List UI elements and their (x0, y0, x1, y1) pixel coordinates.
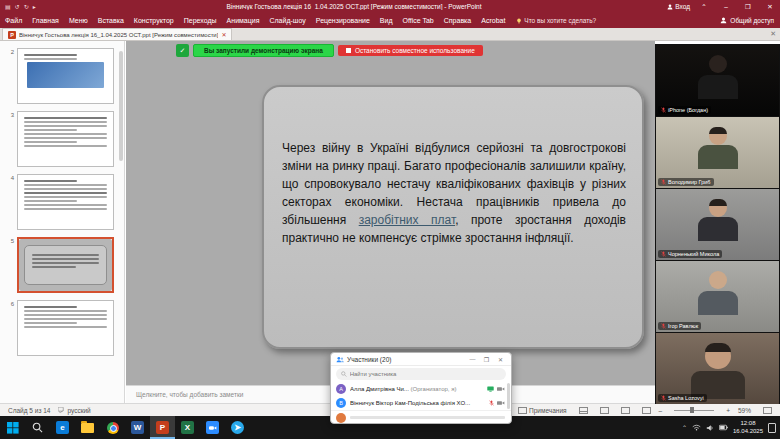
save-icon[interactable]: ▤ (5, 3, 11, 10)
participant-name-clipped (350, 416, 505, 419)
zoom-in-button[interactable]: + (726, 407, 730, 414)
slide-indicator: Слайд 5 из 14 (8, 407, 50, 414)
slide-thumbnail-3[interactable]: 3 (6, 111, 114, 167)
window-close-icon[interactable]: ✕ (495, 356, 506, 363)
comments-toggle-button[interactable]: Примечания (514, 407, 567, 414)
tab-officetab[interactable]: Office Tab (398, 13, 439, 28)
start-button[interactable] (0, 416, 25, 439)
video-name-label: iPhone (Богдан) (658, 106, 711, 114)
tab-review[interactable]: Рецензирование (311, 13, 375, 28)
slide-thumbnail-4[interactable]: 4 (6, 174, 114, 230)
ribbon-display-options-button[interactable]: ⌃ (696, 3, 712, 11)
participant-row-partial[interactable] (331, 410, 511, 424)
tab-file[interactable]: Файл (0, 13, 27, 28)
participant-search-box[interactable] (336, 368, 506, 380)
battery-icon[interactable] (719, 424, 728, 431)
maximize-button[interactable]: ❐ (740, 3, 756, 11)
chrome-icon (107, 422, 119, 434)
tab-insert[interactable]: Вставка (93, 13, 129, 28)
participant-row-vinnychuk[interactable]: В Вінничук Віктор Кам-Подільська філія Х… (331, 396, 511, 410)
share-button[interactable]: Общий доступ (720, 17, 780, 24)
taskbar-search-button[interactable] (25, 416, 50, 439)
taskbar-telegram-icon[interactable]: ➤ (225, 416, 250, 439)
slide-text-shape[interactable]: Через війну в Україні відбулися серйозні… (262, 85, 644, 349)
mic-muted-icon (661, 179, 666, 185)
sign-in-button[interactable]: Вход (667, 3, 690, 10)
ribbon-tab-bar: Файл Главная Меню Вставка Конструктор Пе… (0, 13, 780, 28)
taskbar-file-explorer-icon[interactable] (75, 416, 100, 439)
slideshow-view-button[interactable] (642, 407, 651, 414)
redo-icon[interactable]: ↻ (24, 3, 29, 10)
tell-me-box[interactable]: Что вы хотите сделать? (510, 17, 602, 24)
thumbnail-preview (17, 174, 114, 230)
video-tile-volodymyr-hryb[interactable]: Володимир Гриб (656, 117, 779, 188)
document-tab[interactable]: P Вінничук Гостьова лекція 16_1.04.2025 … (2, 28, 232, 40)
window-minimize-icon[interactable]: — (467, 356, 478, 362)
tab-home[interactable]: Главная (27, 13, 64, 28)
taskbar-word-icon[interactable]: W (125, 416, 150, 439)
close-tab-bar-icon[interactable]: ✕ (770, 30, 776, 38)
reading-view-button[interactable] (621, 407, 630, 414)
video-tile-sasha-lozovyi[interactable]: Sasha Lozovyi (656, 333, 779, 404)
participants-window-header[interactable]: Участники (20) — ❐ ✕ (331, 353, 511, 366)
person-icon (720, 17, 727, 24)
language-indicator[interactable]: русский (58, 407, 90, 414)
slide-text-link[interactable]: заробітних плат (359, 213, 455, 227)
close-button[interactable]: ✕ (762, 3, 778, 11)
slide-canvas[interactable]: Через війну в Україні відбулися серйозні… (126, 41, 655, 385)
close-tab-icon[interactable]: ✕ (221, 31, 226, 38)
comments-icon (518, 407, 527, 414)
thumbnail-scrollbar[interactable] (119, 51, 123, 161)
zoom-slider-knob[interactable] (690, 407, 694, 413)
zoom-out-button[interactable]: – (659, 407, 663, 414)
participants-scrollbar[interactable] (507, 383, 510, 409)
taskbar-powerpoint-icon-active[interactable]: P (150, 416, 175, 439)
document-tab-bar: P Вінничук Гостьова лекція 16_1.04.2025 … (0, 28, 780, 41)
tab-animations[interactable]: Анимация (222, 13, 265, 28)
fit-to-window-button[interactable] (763, 407, 772, 414)
slide-thumbnail-2[interactable]: 2 (6, 48, 114, 104)
tab-menu[interactable]: Меню (64, 13, 93, 28)
notification-center-icon[interactable] (768, 423, 776, 433)
tab-slideshow[interactable]: Слайд-шоу (264, 13, 310, 28)
avatar: В (336, 398, 346, 408)
video-name-label: Володимир Гриб (658, 178, 714, 186)
window-maximize-icon[interactable]: ❐ (481, 356, 492, 363)
lightbulb-icon (516, 18, 522, 24)
tab-design[interactable]: Конструктор (129, 13, 179, 28)
tab-acrobat[interactable]: Acrobat (476, 13, 510, 28)
window-title: Вінничук Гостьова лекція 16_1.04.2025 ОС… (41, 3, 668, 10)
stop-sharing-button[interactable]: Остановить совместное использование (338, 45, 483, 56)
person-icon (667, 4, 673, 10)
participant-silhouette (698, 271, 738, 315)
video-tile-iphone-bogdan[interactable]: iPhone (Богдан) (656, 45, 779, 116)
normal-view-button[interactable] (579, 407, 588, 414)
video-strip: iPhone (Богдан) Володимир Гриб Чорненьки… (655, 44, 780, 404)
zoom-percent[interactable]: 59% (738, 407, 751, 414)
video-tile-ihor-ravliuk[interactable]: Ігор Равлюк (656, 261, 779, 332)
start-slideshow-icon[interactable]: ▸ (33, 3, 36, 10)
taskbar-clock[interactable]: 12:08 16.04.2025 (733, 420, 763, 436)
participant-search-input[interactable] (350, 371, 501, 377)
tray-chevron-up-icon[interactable]: ⌃ (682, 424, 687, 431)
participants-window[interactable]: Участники (20) — ❐ ✕ А Алла Дмитрівна Чи… (330, 352, 512, 424)
slide-thumbnail-6[interactable]: 6 (6, 300, 114, 356)
tab-transitions[interactable]: Переходы (179, 13, 222, 28)
undo-icon[interactable]: ↺ (15, 3, 20, 10)
search-icon (32, 422, 43, 433)
taskbar-edge-icon[interactable]: e (50, 416, 75, 439)
taskbar-zoom-icon[interactable] (200, 416, 225, 439)
wifi-icon[interactable] (692, 424, 701, 431)
minimize-button[interactable]: – (718, 3, 734, 10)
zoom-slider[interactable] (674, 410, 714, 411)
video-tile-chornenkyi-mykola[interactable]: Чорненький Микола (656, 189, 779, 260)
tab-help[interactable]: Справка (439, 13, 476, 28)
search-icon (341, 371, 347, 377)
participant-row-host[interactable]: А Алла Дмитрівна Чи... (Организатор, я) (331, 382, 511, 396)
tab-view[interactable]: Вид (375, 13, 398, 28)
taskbar-chrome-icon[interactable] (100, 416, 125, 439)
slide-thumbnail-5-selected[interactable]: 5 (6, 237, 114, 293)
speaker-icon[interactable] (706, 424, 714, 432)
slide-sorter-view-button[interactable] (600, 407, 609, 414)
taskbar-excel-icon[interactable]: X (175, 416, 200, 439)
